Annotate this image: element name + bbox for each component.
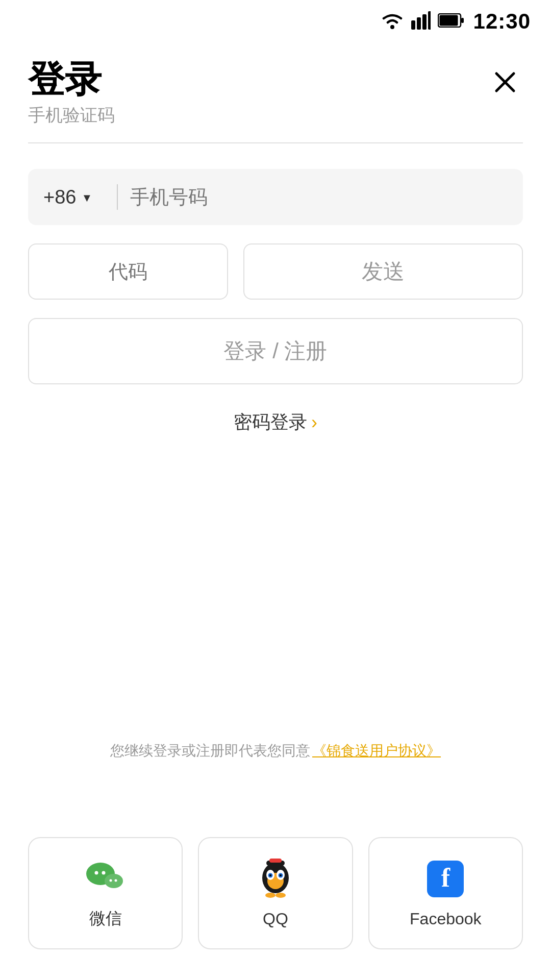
svg-rect-7	[461, 18, 464, 23]
agreement-link[interactable]: 《锦食送用户协议》	[312, 741, 441, 761]
page-subtitle: 手机验证码	[28, 104, 115, 127]
password-login-link[interactable]: 密码登录 ›	[28, 410, 523, 435]
login-button-label: 登录 / 注册	[223, 337, 327, 365]
page-header: 登录 手机验证码	[28, 59, 523, 127]
svg-point-26	[276, 893, 286, 898]
main-content: 登录 手机验证码 +86 ▼ 发送 登录 / 注册 密	[0, 39, 551, 435]
social-login-section: 微信	[28, 837, 523, 949]
svg-rect-2	[417, 17, 421, 30]
header-left: 登录 手机验证码	[28, 59, 115, 127]
facebook-label: Facebook	[410, 910, 482, 928]
svg-point-11	[105, 874, 123, 888]
country-code-text: +86	[43, 186, 76, 208]
agreement-section: 您继续登录或注册即代表您同意 《锦食送用户协议》	[0, 741, 551, 761]
svg-point-14	[109, 879, 112, 882]
wifi-icon	[381, 11, 404, 32]
login-register-button[interactable]: 登录 / 注册	[28, 318, 523, 384]
status-bar: 12:30	[0, 0, 551, 39]
svg-point-13	[102, 871, 105, 875]
status-time: 12:30	[473, 9, 531, 34]
facebook-icon: f	[425, 859, 466, 899]
agreement-prefix-text: 您继续登录或注册即代表您同意	[110, 741, 310, 761]
input-divider	[117, 184, 118, 210]
page-title: 登录	[28, 59, 115, 100]
svg-rect-28	[269, 859, 282, 863]
password-login-text: 密码登录	[234, 410, 307, 435]
qq-label: QQ	[263, 910, 288, 928]
svg-point-22	[269, 874, 271, 876]
svg-point-24	[272, 879, 279, 883]
dropdown-arrow-icon: ▼	[81, 191, 92, 205]
battery-icon	[438, 13, 464, 30]
svg-rect-6	[439, 15, 458, 26]
country-code-selector[interactable]: +86 ▼	[43, 186, 105, 208]
code-input-wrapper	[28, 243, 228, 300]
code-row: 发送	[28, 243, 523, 300]
password-login-arrow-icon: ›	[311, 412, 317, 433]
phone-number-input[interactable]	[130, 186, 508, 208]
send-code-button[interactable]: 发送	[243, 243, 523, 300]
svg-point-12	[94, 871, 98, 875]
svg-point-23	[280, 874, 282, 876]
svg-point-15	[114, 879, 117, 882]
facebook-login-button[interactable]: f Facebook	[368, 837, 523, 949]
svg-point-25	[265, 893, 276, 898]
svg-point-0	[390, 25, 394, 29]
phone-input-container: +86 ▼	[28, 169, 523, 225]
close-button[interactable]	[487, 64, 523, 100]
svg-rect-1	[411, 20, 415, 30]
header-divider	[28, 142, 523, 143]
qq-icon	[255, 859, 296, 899]
svg-rect-3	[422, 14, 427, 30]
svg-rect-4	[428, 11, 431, 30]
status-icons	[381, 11, 464, 32]
wechat-login-button[interactable]: 微信	[28, 837, 183, 949]
signal-icon	[411, 11, 431, 32]
qq-login-button[interactable]: QQ	[198, 837, 353, 949]
wechat-label: 微信	[89, 908, 122, 930]
send-button-label: 发送	[362, 257, 405, 286]
wechat-icon	[85, 856, 126, 897]
verification-code-input[interactable]	[29, 261, 227, 283]
